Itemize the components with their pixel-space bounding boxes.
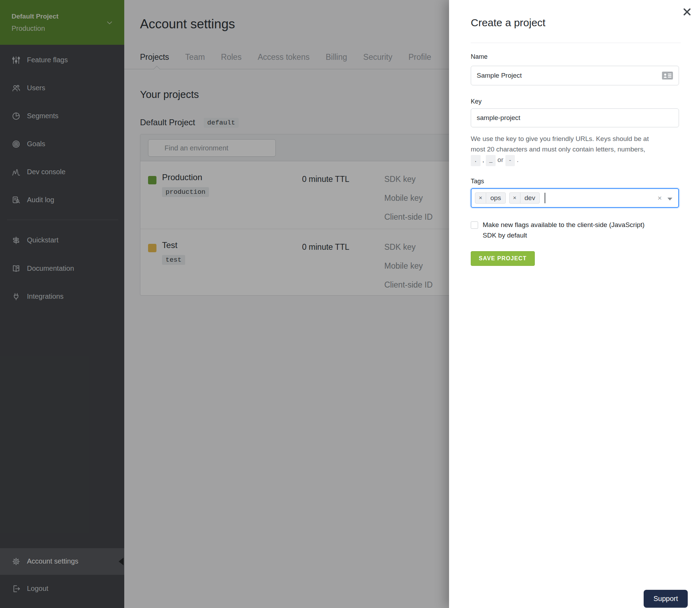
client-side-checkbox[interactable] — [471, 221, 478, 229]
tag-label: dev — [520, 193, 540, 203]
client-side-checkbox-row: Make new flags available to the client-s… — [471, 220, 666, 241]
drawer-divider — [471, 43, 681, 43]
clear-tags-icon[interactable]: × — [658, 194, 662, 202]
remove-tag-icon[interactable]: × — [475, 193, 486, 203]
tag-chip-ops: × ops — [475, 192, 506, 204]
tag-chip-dev: × dev — [509, 192, 540, 204]
remove-tag-icon[interactable]: × — [510, 193, 520, 203]
key-field[interactable] — [471, 108, 679, 127]
text-cursor — [545, 193, 545, 203]
name-label: Name — [471, 53, 488, 61]
drawer-title: Create a project — [471, 17, 545, 29]
allowed-char-dot: . — [471, 155, 481, 166]
tags-multiselect[interactable]: × ops × dev × — [471, 188, 679, 208]
allowed-char-underscore: _ — [486, 155, 496, 166]
key-label: Key — [471, 98, 482, 105]
support-button[interactable]: Support — [644, 590, 688, 608]
tag-label: ops — [486, 193, 505, 203]
allowed-char-dash: - — [505, 155, 515, 166]
key-help-text: We use the key to give you friendly URLs… — [471, 134, 681, 166]
dropdown-caret-icon[interactable] — [667, 198, 672, 200]
save-project-button[interactable]: SAVE PROJECT — [471, 251, 535, 266]
create-project-drawer: Create a project Name Key We use the key… — [449, 0, 700, 608]
close-icon[interactable] — [680, 6, 694, 19]
name-field[interactable] — [471, 66, 679, 85]
checkbox-label: Make new flags available to the client-s… — [483, 220, 666, 241]
app-screen: Default Project Production Feature flags… — [0, 0, 700, 608]
tags-label: Tags — [471, 178, 484, 185]
